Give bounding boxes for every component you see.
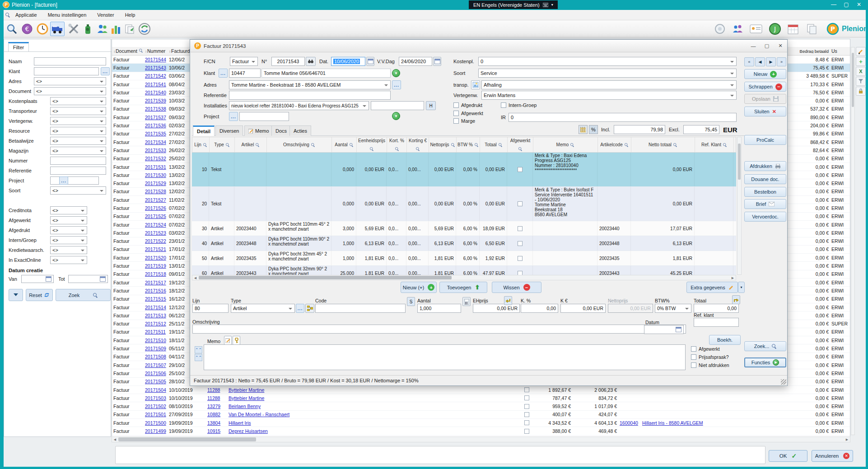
column-header-bedrag-betaald[interactable]: Bedrag betaald <box>789 49 830 53</box>
filter-combo[interactable]: <> <box>50 117 106 125</box>
invoice-number-link[interactable]: 20171542 <box>144 73 168 79</box>
nav-next-button[interactable]: ▶ <box>766 57 776 66</box>
afdrukken-button[interactable]: Afdrukken <box>744 161 786 171</box>
lookup-dots-button[interactable]: ... <box>59 176 68 185</box>
calendar-button[interactable] <box>433 57 441 66</box>
table-row[interactable]: Factuur 20171504 10/10/2019 11288 Bytteb… <box>112 386 850 394</box>
customer-number-link[interactable]: 11288 <box>206 395 227 401</box>
recalc-button[interactable] <box>732 295 740 304</box>
row-checkbox[interactable] <box>524 404 529 409</box>
code-input[interactable] <box>315 304 406 313</box>
invoice-number-link[interactable]: 20171504 <box>144 387 168 393</box>
filter-combo[interactable]: <> <box>50 97 106 105</box>
invoice-number-link[interactable]: 20171531 <box>144 164 168 170</box>
invoice-number-link[interactable]: 20171510 <box>144 338 168 343</box>
grid-vertical-scrollbar[interactable] <box>737 137 742 275</box>
excel-export-icon[interactable]: X <box>856 67 866 76</box>
customer-number-link[interactable]: 10882 <box>206 412 227 417</box>
expand-filters-button[interactable] <box>9 289 23 301</box>
filter-combo[interactable]: <> <box>50 226 87 234</box>
date-input[interactable]: 10/06/2020 <box>331 57 365 66</box>
kostenplaats-combo[interactable]: 0 <box>478 57 737 66</box>
contact-card-icon[interactable] <box>749 22 763 36</box>
search-icon[interactable] <box>5 22 19 36</box>
invoice-number-link[interactable]: 20171521 <box>144 246 168 252</box>
filter-combo[interactable]: <> <box>50 137 106 145</box>
douane-doc-button[interactable]: Douane doc. <box>744 174 786 184</box>
invoice-number-link[interactable]: 20171518 <box>144 271 168 277</box>
h-button[interactable]: H <box>426 101 436 110</box>
customer-name-link[interactable]: Van De Moortel - Ranschaert <box>227 412 341 417</box>
invoice-number-link[interactable]: 20171525 <box>144 214 168 219</box>
invoice-number-link[interactable]: 20171502 <box>144 404 168 409</box>
calendar-icon[interactable] <box>100 276 106 282</box>
excl-input[interactable]: 75,45 <box>683 125 719 134</box>
dialog-maximize-button[interactable]: ▢ <box>760 42 774 51</box>
invoice-number-link[interactable]: 20171524 <box>144 222 168 228</box>
invoice-number-link[interactable]: 20171499 <box>144 428 168 434</box>
invoice-number-link[interactable]: 20171541 <box>144 82 168 87</box>
invoice-number-link[interactable]: 20171533 <box>144 148 168 153</box>
aantal-input[interactable]: 1,000 <box>417 304 461 313</box>
ehprijs-input[interactable]: 0,00 EUR <box>473 304 520 313</box>
klant-refresh-button[interactable]: ▼ <box>392 69 400 77</box>
scroll-left-arrow[interactable]: ◀ <box>192 275 198 280</box>
incl-input[interactable]: 79,98 <box>614 125 665 134</box>
column-header-document[interactable]: ↕Document <box>112 48 144 54</box>
transport-picture-icon[interactable] <box>471 80 480 89</box>
invoice-number-link[interactable]: 20171519 <box>144 263 168 269</box>
calendar-icon[interactable] <box>676 327 681 332</box>
add-plus-icon[interactable]: + <box>856 57 866 66</box>
resize-grip[interactable] <box>781 379 786 385</box>
dialog-titlebar[interactable]: P Factuur 20171543 — ▢ ✕ <box>190 40 787 52</box>
calendar-icon[interactable] <box>786 22 800 36</box>
invoice-number-link[interactable]: 20171543 <box>144 65 168 70</box>
invoice-number-link[interactable]: 20171516 <box>144 288 168 293</box>
zoek-button[interactable]: Zoek... <box>744 341 786 351</box>
people-icon[interactable] <box>95 22 110 36</box>
scroll-right-arrow[interactable]: ▶ <box>730 275 736 280</box>
invoice-number-link[interactable]: 20171503 <box>144 395 168 401</box>
column-header-user[interactable]: Us <box>830 48 850 54</box>
grid-column-header[interactable]: Eenheidsprijs <box>357 137 387 152</box>
soort-combo[interactable]: Service <box>478 69 737 78</box>
invoice-number-link[interactable]: 20171512 <box>144 321 168 326</box>
filter-combo[interactable]: <> <box>50 236 87 244</box>
calculator-button[interactable] <box>462 297 471 306</box>
invoice-number-link[interactable]: 20171501 <box>144 412 168 417</box>
lock-icon[interactable] <box>856 87 866 96</box>
nav-first-button[interactable]: « <box>744 57 754 66</box>
menu-venster[interactable]: Venster <box>92 12 119 18</box>
menu-search-icon[interactable] <box>5 13 10 17</box>
filter-combo[interactable]: <> <box>50 216 87 224</box>
sluiten-button[interactable]: Sluiten✕ <box>744 107 786 116</box>
afgewerkt-flag-checkbox[interactable]: Afgewerkt <box>691 346 720 352</box>
grid-column-header[interactable]: Ref. Klant <box>695 137 734 152</box>
dialog-minimize-button[interactable]: — <box>747 42 760 51</box>
table-row[interactable]: Factuur 20171503 10/10/2019 11288 Bytteb… <box>112 394 850 402</box>
intern-groep-checkbox[interactable]: Intern-Groep <box>501 102 537 108</box>
row-checkbox[interactable] <box>524 387 529 392</box>
memo-key-icon[interactable] <box>233 336 240 345</box>
customer-name-link[interactable]: Byttebier Martine <box>227 387 341 393</box>
grid-column-header[interactable]: Afgewerkt <box>508 137 533 152</box>
invoice-number-link[interactable]: 20171539 <box>144 98 168 103</box>
invoice-number-link[interactable]: 20171529 <box>144 181 168 186</box>
memo-textarea[interactable] <box>204 344 686 370</box>
customer-name-link[interactable]: Beirlaen Benny <box>227 404 341 409</box>
horizontal-scrollbar[interactable]: ◀ ▶ <box>112 436 850 442</box>
tools-icon[interactable] <box>66 22 81 36</box>
calendar-button[interactable] <box>366 57 374 66</box>
omschrijving-input[interactable] <box>192 325 686 334</box>
invoice-number-link[interactable]: 20171535 <box>144 131 168 136</box>
klant-lookup-button[interactable]: ... <box>219 69 228 78</box>
invoice-number-link[interactable]: 20171522 <box>144 238 168 244</box>
code-lookup-button[interactable]: ... <box>296 304 304 313</box>
adres-lookup-button[interactable]: ... <box>392 80 401 89</box>
afgewerkt-line-checkbox[interactable] <box>518 167 523 172</box>
invoice-number-link[interactable]: 20171517 <box>144 280 168 285</box>
grid-column-header[interactable]: Artikelcode <box>598 137 631 152</box>
referentie-input[interactable] <box>229 91 391 100</box>
table-row[interactable]: Factuur 20171499 19/09/2019 10915 Deprez… <box>112 427 850 435</box>
invoice-number-input[interactable]: 20171543 <box>271 57 305 66</box>
